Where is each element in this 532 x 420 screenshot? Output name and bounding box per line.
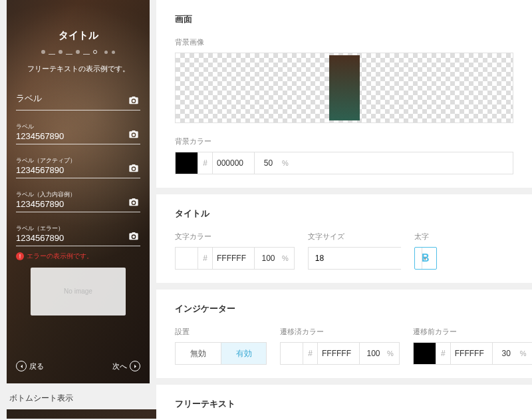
section-title: 画面 [175,13,513,25]
title-color-hex[interactable] [213,248,254,269]
preview-error: ! エラーの表示例です。 [16,252,140,261]
title-color-input[interactable]: # % [175,247,295,270]
preview-input-row: ラベル（入力内容例） 1234567890 [16,186,140,212]
preview-noimage: No image [31,268,126,315]
field-label: 背景カラー [175,136,513,146]
preview-title: タイトル [16,29,140,42]
section-indicator: インジケーター 設置 無効 有効 遷移済カラー # % 遷移前カラー [156,290,532,378]
section-title: インジケーター [175,303,513,315]
bottom-sheet-label: ボトムシート表示 [7,383,150,409]
title-color-pct[interactable] [254,248,282,269]
camera-icon [128,95,139,106]
bg-image-thumb [329,55,360,120]
bg-image-picker[interactable] [175,53,513,123]
indicator-dots [16,50,140,55]
preview-input-row: ラベル 1234567890 [16,118,140,144]
seg-off[interactable]: 無効 [176,343,221,364]
camera-icon [128,197,139,208]
bottom-sheet-preview [7,409,156,419]
section-freetext: フリーテキスト 文字カラー # % 文字サイズ ▼ [156,385,532,420]
bg-color-input[interactable]: # % [175,152,513,174]
section-title: タイトル [175,208,513,220]
title-size-select[interactable]: ▼ [308,247,401,270]
bg-color-pct[interactable] [254,152,282,174]
section-title: フリーテキスト [175,398,513,410]
bg-color-hex[interactable] [213,152,254,174]
preview-input-row: ラベル（エラー） 1234567890 [16,220,140,246]
seg-on[interactable]: 有効 [221,343,266,364]
back-button[interactable]: 戻る [16,361,44,371]
indicator-active-color[interactable]: # % [280,342,400,365]
alert-icon: ! [16,252,24,260]
preview-input-row: ラベル（アクティブ） 1234567890 [16,152,140,178]
field-label: 背景画像 [175,37,513,47]
indicator-inactive-color[interactable]: # % [413,342,532,365]
preview-input-row: ラベル [16,86,140,110]
camera-icon [128,163,139,174]
section-screen: 画面 背景画像 背景カラー # % [156,0,532,188]
camera-icon [128,129,139,140]
camera-icon [128,231,139,242]
section-title-settings: タイトル 文字カラー # % 文字サイズ ▼ 太字 B [156,194,532,283]
preview-freetext: フリーテキストの表示例です。 [16,64,140,74]
indicator-placement-segmented[interactable]: 無効 有効 [175,342,267,365]
phone-preview: タイトル フリーテキストの表示例です。 ラベル ラベル 1234567890 ラ… [7,0,150,383]
bold-toggle[interactable]: B [414,247,437,270]
next-button[interactable]: 次へ [112,361,140,371]
